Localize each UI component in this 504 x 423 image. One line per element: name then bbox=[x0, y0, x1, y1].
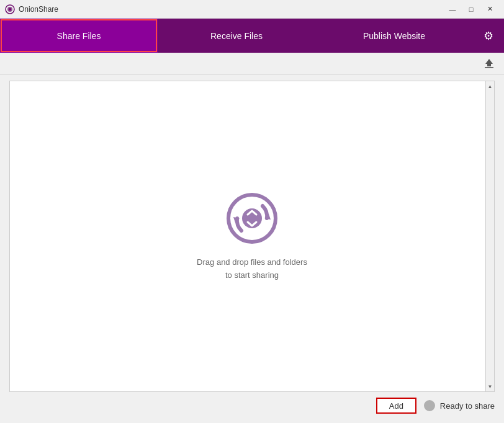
scrollbar-down-arrow[interactable]: ▼ bbox=[486, 381, 495, 391]
status-area: Ready to share bbox=[424, 400, 495, 411]
status-text: Ready to share bbox=[440, 401, 495, 411]
bottom-bar: Add Ready to share bbox=[9, 392, 495, 417]
tab-share-files[interactable]: Share Files bbox=[0, 19, 158, 53]
minimize-button[interactable]: — bbox=[443, 3, 462, 16]
status-indicator bbox=[424, 400, 435, 411]
tab-receive-files[interactable]: Receive Files bbox=[158, 19, 315, 53]
svg-rect-3 bbox=[485, 67, 493, 68]
title-bar: OnionShare — □ ✕ bbox=[0, 0, 504, 19]
main-content: Drag and drop files and folders to start… bbox=[0, 74, 504, 423]
tab-publish-website[interactable]: Publish Website bbox=[315, 19, 473, 53]
tab-bar: Share Files Receive Files Publish Websit… bbox=[0, 19, 504, 53]
drop-area-text: Drag and drop files and folders to start… bbox=[197, 256, 307, 282]
drop-area[interactable]: Drag and drop files and folders to start… bbox=[9, 81, 495, 392]
scrollbar-up-arrow[interactable]: ▲ bbox=[486, 81, 495, 91]
app-logo-icon bbox=[5, 4, 15, 14]
upload-button[interactable] bbox=[480, 55, 498, 72]
toolbar bbox=[0, 53, 504, 74]
drop-area-icon bbox=[224, 190, 280, 246]
title-bar-controls: — □ ✕ bbox=[443, 3, 499, 16]
settings-button[interactable]: ⚙ bbox=[473, 19, 504, 53]
title-bar-left: OnionShare bbox=[5, 4, 58, 14]
gear-icon: ⚙ bbox=[484, 30, 493, 42]
upload-icon bbox=[483, 57, 495, 69]
app-title: OnionShare bbox=[19, 5, 58, 14]
close-button[interactable]: ✕ bbox=[480, 3, 499, 16]
svg-point-2 bbox=[9, 8, 11, 11]
drop-area-scrollbar: ▲ ▼ bbox=[485, 81, 494, 391]
svg-marker-4 bbox=[485, 59, 493, 66]
maximize-button[interactable]: □ bbox=[462, 3, 480, 16]
add-button[interactable]: Add bbox=[376, 398, 416, 414]
